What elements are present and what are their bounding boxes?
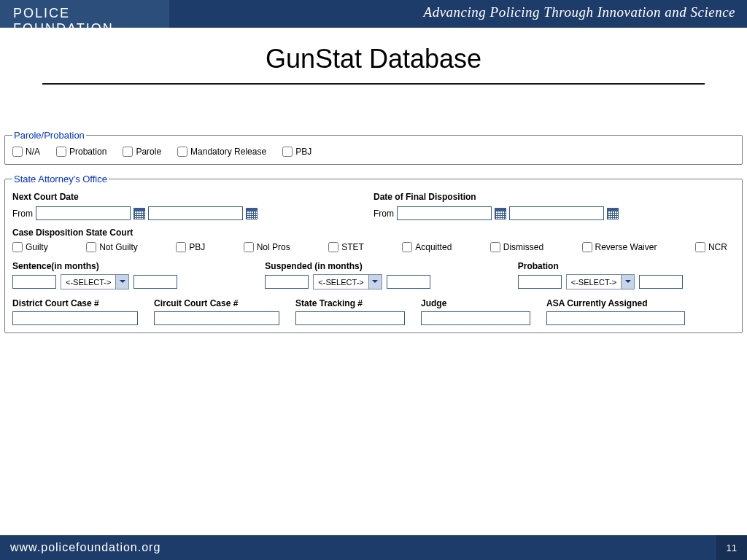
disp-nolpros[interactable]: Nol Pros [244, 242, 290, 252]
parole-legend: Parole/Probation [12, 130, 86, 141]
final-disp-from-input[interactable] [397, 206, 492, 220]
sentence-label: Sentence(in months) [12, 261, 177, 271]
disp-guilty[interactable]: Guilty [12, 242, 48, 252]
disp-stet[interactable]: STET [328, 242, 364, 252]
final-disp-to-input[interactable] [509, 206, 604, 220]
disp-acquitted[interactable]: Acquitted [402, 242, 452, 252]
parole-opt-parole[interactable]: Parole [123, 147, 161, 157]
probation-input-b[interactable] [639, 275, 683, 289]
state-tracking-input[interactable] [295, 311, 405, 325]
parole-opt-na[interactable]: N/A [12, 147, 40, 157]
final-disp-label: Date of Final Disposition [374, 192, 735, 202]
next-court-label: Next Court Date [12, 192, 374, 202]
judge-label: Judge [421, 298, 530, 308]
checkbox[interactable] [86, 242, 96, 252]
disp-dismissed[interactable]: Dismissed [490, 242, 543, 252]
parole-opt-probation[interactable]: Probation [56, 147, 107, 157]
next-court-from-input[interactable] [36, 206, 131, 220]
chevron-down-icon[interactable] [368, 275, 382, 289]
sentence-input-a[interactable] [12, 275, 56, 289]
state-tracking-label: State Tracking # [295, 298, 405, 308]
circuit-case-label: Circuit Court Case # [154, 298, 279, 308]
chevron-down-icon[interactable] [621, 275, 634, 289]
circuit-case-input[interactable] [154, 311, 279, 325]
parole-opt-mandatory[interactable]: Mandatory Release [177, 147, 266, 157]
sao-fieldset: State Attorney's Office Next Court Date … [4, 174, 743, 333]
suspended-input-b[interactable] [387, 275, 430, 289]
title-underline [42, 83, 705, 85]
header-tagline: Advancing Policing Through Innovation an… [169, 0, 747, 28]
header-bar: POLICE FOUNDATION Advancing Policing Thr… [0, 0, 747, 28]
page-title: GunStat Database [0, 44, 747, 74]
from-label: From [12, 209, 33, 219]
checkbox[interactable] [402, 242, 412, 252]
form-area: Parole/Probation N/A Probation Parole Ma… [4, 130, 743, 333]
suspended-label: Suspended (in months) [265, 261, 430, 271]
sentence-input-b[interactable] [133, 275, 177, 289]
checkbox[interactable] [695, 242, 705, 252]
next-court-to-input[interactable] [148, 206, 243, 220]
probation-select[interactable]: <-SELECT-> [566, 274, 635, 289]
sao-legend: State Attorney's Office [12, 174, 109, 184]
checkbox[interactable] [123, 147, 133, 157]
page-number: 11 [716, 535, 747, 560]
parole-options-row: N/A Probation Parole Mandatory Release P… [12, 147, 735, 157]
checkbox[interactable] [244, 242, 254, 252]
checkbox[interactable] [176, 242, 186, 252]
asa-input[interactable] [546, 311, 685, 325]
checkbox[interactable] [12, 147, 23, 157]
checkbox[interactable] [177, 147, 187, 157]
calendar-icon[interactable] [133, 208, 145, 219]
parole-probation-fieldset: Parole/Probation N/A Probation Parole Ma… [4, 130, 743, 165]
checkbox[interactable] [282, 147, 293, 157]
suspended-select[interactable]: <-SELECT-> [313, 274, 382, 289]
checkbox[interactable] [490, 242, 500, 252]
probation-label: Probation [518, 261, 683, 271]
checkbox[interactable] [328, 242, 338, 252]
disp-ncr[interactable]: NCR [695, 242, 727, 252]
footer-url: www.policefoundation.org [10, 541, 160, 554]
district-case-label: District Court Case # [12, 298, 138, 308]
calendar-icon[interactable] [607, 208, 619, 219]
judge-input[interactable] [421, 311, 530, 325]
checkbox[interactable] [582, 242, 592, 252]
calendar-icon[interactable] [495, 208, 506, 219]
footer-bar: www.policefoundation.org 11 [0, 535, 747, 560]
disp-notguilty[interactable]: Not Guilty [86, 242, 138, 252]
calendar-icon[interactable] [246, 208, 258, 219]
parole-opt-pbj[interactable]: PBJ [282, 147, 311, 157]
checkbox[interactable] [56, 147, 66, 157]
suspended-input-a[interactable] [265, 275, 309, 289]
from-label: From [374, 209, 394, 219]
sentence-select[interactable]: <-SELECT-> [61, 274, 129, 289]
probation-input-a[interactable] [518, 275, 562, 289]
disp-reversewaiver[interactable]: Reverse Waiver [582, 242, 657, 252]
district-case-input[interactable] [12, 311, 138, 325]
disp-pbj[interactable]: PBJ [176, 242, 205, 252]
chevron-down-icon[interactable] [115, 275, 128, 289]
checkbox[interactable] [12, 242, 23, 252]
case-disp-label: Case Disposition State Court [12, 228, 735, 238]
asa-label: ASA Currently Assigned [546, 298, 685, 308]
org-name: POLICE FOUNDATION [0, 0, 169, 28]
